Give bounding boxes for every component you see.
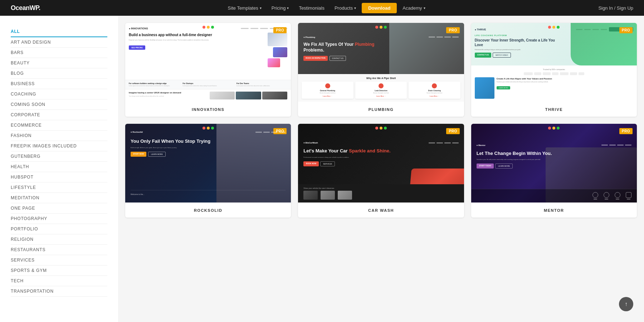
card-title-mentor: MENTOR <box>544 208 564 213</box>
card-title-innovations: INNOVATIONS <box>192 107 224 112</box>
mock-innovations-images <box>268 33 287 67</box>
window-dots <box>375 26 387 29</box>
template-card-mentor[interactable]: PRO ● Mentor <box>471 124 637 218</box>
dot-yellow <box>380 26 382 29</box>
sidebar-item-art-and-design[interactable]: ART AND DESIGN <box>11 37 107 48</box>
sidebar-item-business[interactable]: BUSINESS <box>11 79 107 89</box>
main-nav: Site Templates ▾ Pricing ▾ Testimonials … <box>55 3 599 13</box>
template-card-thrive[interactable]: PRO ● THRIVE <box>471 23 637 117</box>
dot-red <box>203 26 205 29</box>
nav-site-templates[interactable]: Site Templates ▾ <box>224 3 266 13</box>
card-preview-carwash: PRO ● BlaCarWash <box>298 124 464 203</box>
card-title-plumbing: PLUMBING <box>369 107 394 112</box>
mock-innovations-desc: Empower your business with the flexibili… <box>129 39 265 41</box>
sidebar-item-lifestyle[interactable]: LIFESTYLE <box>11 182 107 193</box>
dot-green <box>211 127 214 130</box>
mock-thrive-content: Create A Life that Aligns with Your Valu… <box>497 77 633 90</box>
logo[interactable]: OceanWP. <box>11 4 40 12</box>
nav-academy[interactable]: Academy ▾ <box>398 3 429 13</box>
sidebar-item-gutenberg[interactable]: GUTENBERG <box>11 151 107 162</box>
card-preview-thrive: PRO ● THRIVE <box>471 23 637 102</box>
sidebar-item-fashion[interactable]: FASHION <box>11 131 107 141</box>
window-dots <box>203 127 214 130</box>
main-layout: ALLART AND DESIGNBARSBEAUTYBLOGBUSINESSC… <box>0 16 644 225</box>
card-footer-innovations: INNOVATIONS <box>125 102 291 117</box>
card-mock-rocksolid: ● Rocksolid You Only Fail When You Stop … <box>125 124 291 203</box>
mock-mentor-icons <box>471 189 637 203</box>
mock-innovations-logo: ● INNOVATIONS <box>129 27 148 30</box>
mock-mentor-title: Let The Change Begin Within You. <box>477 151 631 157</box>
dot-green <box>211 26 214 29</box>
sidebar-item-portfolio[interactable]: PORTFOLIO <box>11 224 107 225</box>
chevron-down-icon: ▾ <box>354 6 356 10</box>
sidebar-item-coaching[interactable]: COACHING <box>11 89 107 99</box>
templates-grid: PRO ● INNOVATIONS <box>125 23 637 218</box>
card-title-carwash: CAR WASH <box>368 208 394 213</box>
nav-download-button[interactable]: Download <box>362 3 397 13</box>
template-card-plumbing[interactable]: PRO ● Plumbing <box>298 23 464 117</box>
sidebar-item-ecommerce[interactable]: ECOMMERCE <box>11 120 107 131</box>
sidebar-item-bars[interactable]: BARS <box>11 48 107 58</box>
mock-innovations-bottom-images <box>210 92 288 99</box>
mock-plumbing-title: We Fix All Types Of Your Plumbing Proble… <box>303 42 389 53</box>
card-mock-carwash: ● BlaCarWash Let's Make Your Car Sparkle… <box>298 124 464 203</box>
template-card-innovations[interactable]: PRO ● INNOVATIONS <box>125 23 291 117</box>
header: OceanWP. Site Templates ▾ Pricing ▾ Test… <box>0 0 644 16</box>
mock-thrive-img <box>475 77 494 99</box>
card-mock-mentor: ● Mentor Let The Change Begin Within You… <box>471 124 637 203</box>
card-footer-mentor: MENTOR <box>471 203 637 218</box>
sidebar-item-corporate[interactable]: CORPORATE <box>11 110 107 120</box>
sidebar-item-photography[interactable]: PHOTOGRAPHY <box>11 214 107 224</box>
pro-badge: PRO <box>619 27 633 33</box>
card-footer-thrive: THRIVE <box>471 102 637 117</box>
card-mock-innovations: ● INNOVATIONS <box>125 23 291 102</box>
chevron-down-icon: ▾ <box>287 6 289 10</box>
card-preview-innovations: PRO ● INNOVATIONS <box>125 23 291 102</box>
card-mock-thrive: ● THRIVE LIFE COACHING <box>471 23 637 102</box>
card-footer-rocksolid: ROCKSOLID <box>125 203 291 218</box>
sidebar-item-hubspot[interactable]: HUBSPOT <box>11 172 107 182</box>
mock-innovations-split: Imagine having a senior UI/UX designer o… <box>129 92 207 99</box>
card-title-thrive: THRIVE <box>545 107 563 112</box>
card-mock-plumbing: ● Plumbing We Fix All Types Of Your Plum… <box>298 23 464 102</box>
mock-plumbing-hero: ● Plumbing We Fix All Types Of Your Plum… <box>298 31 464 66</box>
dot-red <box>548 26 551 29</box>
card-footer-carwash: CAR WASH <box>298 203 464 218</box>
sidebar-item-beauty[interactable]: BEAUTY <box>11 58 107 68</box>
template-card-carwash[interactable]: PRO ● BlaCarWash <box>298 124 464 218</box>
card-footer-plumbing: PLUMBING <box>298 102 464 117</box>
sidebar-item-one-page[interactable]: ONE PAGE <box>11 203 107 214</box>
dot-yellow <box>207 127 210 130</box>
mock-innovations-title: Build a business app without a full-time… <box>129 33 265 37</box>
sidebar-item-blog[interactable]: BLOG <box>11 68 107 79</box>
mock-rocksolid-content: You Only Fail When You Stop Trying Build… <box>131 138 216 157</box>
sidebar: ALLART AND DESIGNBARSBEAUTYBLOGBUSINESSC… <box>0 16 118 225</box>
dot-green <box>557 26 560 29</box>
sidebar-item-all[interactable]: ALL <box>11 26 107 37</box>
card-title-rocksolid: ROCKSOLID <box>194 208 223 213</box>
auth-link[interactable]: Sign In / Sign Up <box>598 5 633 11</box>
dot-red <box>375 26 378 29</box>
mock-innovations-cta: SEE PRICING <box>129 45 145 50</box>
chevron-down-icon: ▾ <box>424 6 425 10</box>
mock-innovations-devteams: For Dev Teams Lorem ipsum text content h… <box>236 82 287 87</box>
templates-content: PRO ● INNOVATIONS <box>118 16 644 225</box>
chevron-down-icon: ▾ <box>260 6 262 10</box>
nav-pricing[interactable]: Pricing ▾ <box>267 3 293 13</box>
dot-red <box>203 127 205 130</box>
window-dots <box>548 26 560 29</box>
sidebar-item-freepik-images-included[interactable]: FREEPIK IMAGES INCLUDED <box>11 141 107 151</box>
nav-products[interactable]: Products ▾ <box>330 3 360 13</box>
mock-innovations-features: For software builders seeking a design e… <box>129 82 180 87</box>
sidebar-item-coming-soon[interactable]: COMING SOON <box>11 99 107 110</box>
dot-yellow <box>552 26 555 29</box>
nav-testimonials[interactable]: Testimonials <box>294 3 329 13</box>
sidebar-item-meditation[interactable]: MEDITATION <box>11 193 107 203</box>
mock-plumbing-btns: BOOK AN INSPECTION CONTACT US <box>303 56 458 61</box>
mock-innovations-startups: For Startups Lorem ipsum text content he… <box>182 82 233 87</box>
template-card-rocksolid[interactable]: PRO ● Rocksolid You Only <box>125 124 291 218</box>
card-preview-mentor: PRO ● Mentor <box>471 124 637 203</box>
card-preview-plumbing: PRO ● Plumbing <box>298 23 464 102</box>
sidebar-item-health[interactable]: HEALTH <box>11 162 107 172</box>
window-dots <box>203 26 214 29</box>
